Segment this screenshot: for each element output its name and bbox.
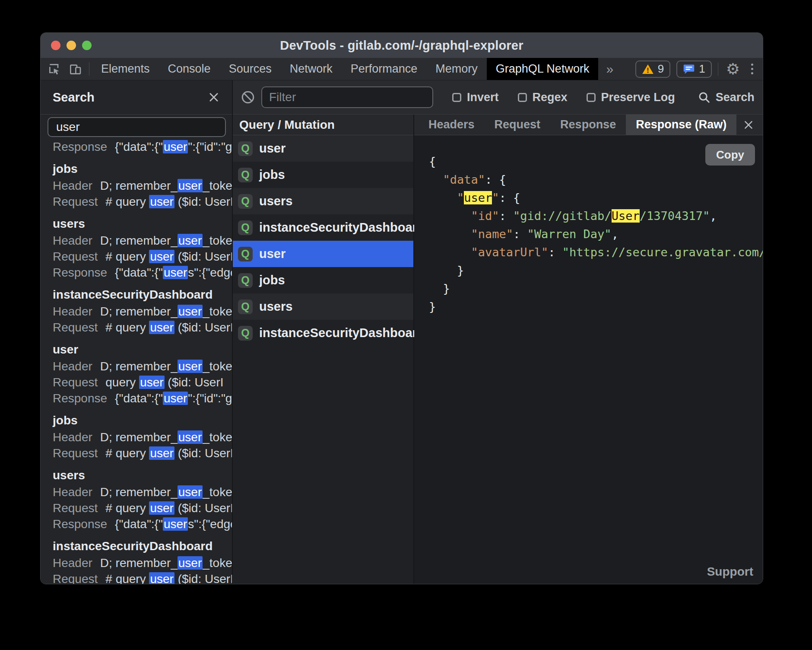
- result-line-label: Header: [53, 179, 92, 192]
- result-text: # query: [105, 446, 149, 460]
- warning-count: 9: [658, 62, 664, 76]
- tab-memory[interactable]: Memory: [426, 58, 487, 80]
- tab-elements[interactable]: Elements: [92, 58, 159, 80]
- search-results-list: Response{"data":{"user":{"id":"gidjobsHe…: [41, 139, 232, 584]
- more-tabs-chevron-icon[interactable]: »: [598, 58, 621, 80]
- minimize-window-button[interactable]: [67, 41, 76, 50]
- tab-performance[interactable]: Performance: [342, 58, 427, 80]
- search-toggle[interactable]: Search: [698, 91, 755, 104]
- search-result-line[interactable]: Response{"data":{"user":{"id":"gi: [53, 390, 232, 406]
- search-input[interactable]: [48, 117, 226, 137]
- query-row-jobs[interactable]: Qjobs: [233, 267, 413, 293]
- search-result-line[interactable]: Response{"data":{"users":{"edges: [53, 516, 232, 532]
- search-icon: [698, 91, 710, 104]
- match-highlight: user: [149, 501, 174, 515]
- query-row-user[interactable]: Quser: [233, 241, 413, 267]
- tab-network[interactable]: Network: [281, 58, 342, 80]
- preserve-log-checkbox[interactable]: [587, 93, 596, 102]
- json-token: ": [457, 191, 464, 204]
- detail-tab-request[interactable]: Request: [485, 115, 551, 135]
- search-result-line[interactable]: Request# query user ($id: UserI: [53, 319, 232, 335]
- tab-console[interactable]: Console: [159, 58, 220, 80]
- result-text: s":{"edges: [188, 266, 232, 279]
- query-row-jobs[interactable]: Qjobs: [233, 162, 413, 188]
- block-icon[interactable]: [241, 90, 255, 105]
- match-highlight: user: [149, 321, 174, 334]
- json-token: "gid://gitlab/: [513, 209, 612, 223]
- result-line-label: Response: [53, 266, 107, 279]
- warning-icon: [642, 64, 654, 75]
- detail-tab-response-raw[interactable]: Response (Raw): [626, 115, 736, 135]
- query-row-users[interactable]: Qusers: [233, 293, 413, 320]
- result-text: _token=e: [203, 430, 232, 444]
- result-text: D; remember_: [100, 556, 178, 570]
- search-result-line[interactable]: Request# query user ($id: UserI: [53, 249, 232, 264]
- search-result-line[interactable]: HeaderD; remember_user_token=e: [53, 358, 232, 374]
- result-section-title: instanceSecurityDashboard: [53, 286, 232, 303]
- close-search-panel-icon[interactable]: [208, 91, 220, 103]
- search-result-line[interactable]: HeaderD; remember_user_token=e: [53, 178, 232, 194]
- search-result-line[interactable]: Request# query user ($id: UserI: [53, 500, 232, 516]
- tab-graphql-network[interactable]: GraphQL Network: [487, 58, 599, 80]
- settings-gear-icon[interactable]: ⚙: [724, 61, 742, 77]
- result-line-label: Header: [53, 305, 92, 318]
- traffic-lights: [51, 33, 92, 58]
- search-result-line[interactable]: Response{"data":{"users":{"edges: [53, 264, 232, 280]
- kebab-menu-icon[interactable]: [748, 64, 757, 74]
- json-token: }: [443, 282, 450, 295]
- result-text: ($id: UserI: [174, 321, 232, 334]
- detail-tab-headers[interactable]: Headers: [419, 115, 485, 135]
- result-line-label: Request: [53, 572, 98, 584]
- invert-checkbox[interactable]: [452, 93, 461, 102]
- result-section-title: users: [53, 215, 232, 233]
- zoom-window-button[interactable]: [82, 41, 92, 50]
- query-row-user[interactable]: Quser: [233, 135, 413, 162]
- result-text: ($id: UserI: [165, 376, 224, 389]
- filter-option-preserve-log[interactable]: Preserve Log: [587, 91, 675, 104]
- search-result-line[interactable]: HeaderD; remember_user_token=e: [53, 484, 232, 500]
- result-text: D; remember_: [100, 485, 178, 499]
- filter-option-regex[interactable]: Regex: [518, 91, 568, 104]
- query-type-badge: Q: [238, 194, 253, 209]
- search-result-line[interactable]: HeaderD; remember_user_token=e: [53, 555, 232, 571]
- match-highlight: user: [149, 446, 174, 460]
- device-toolbar-icon[interactable]: [68, 62, 82, 76]
- inspect-element-icon[interactable]: [48, 62, 61, 76]
- issues-badge[interactable]: 1: [676, 61, 711, 78]
- json-token: "data": [443, 173, 485, 186]
- warnings-badge[interactable]: 9: [635, 61, 670, 78]
- json-token: :: [499, 191, 514, 204]
- search-result-line[interactable]: HeaderD; remember_user_token=e: [53, 233, 232, 249]
- query-row-instancesecuritydashboard[interactable]: QinstanceSecurityDashboard: [233, 214, 413, 241]
- search-result-line[interactable]: Requestquery user ($id: UserI: [53, 374, 232, 390]
- search-result-line[interactable]: Request# query user ($id: UserI: [53, 445, 232, 461]
- tab-sources[interactable]: Sources: [220, 58, 281, 80]
- filter-option-invert[interactable]: Invert: [452, 91, 499, 104]
- search-result-line[interactable]: Request# query user ($id: UserI: [53, 571, 232, 584]
- json-token: /13704317": [640, 209, 710, 223]
- match-highlight: user: [178, 234, 203, 247]
- filter-input[interactable]: [261, 86, 433, 108]
- detail-tab-spacer: [736, 115, 743, 135]
- search-result-line[interactable]: HeaderD; remember_user_token=e: [53, 303, 232, 319]
- search-result-line[interactable]: HeaderD; remember_user_token=e: [53, 429, 232, 445]
- match-highlight: user: [178, 360, 203, 373]
- support-link[interactable]: Support: [707, 565, 753, 579]
- json-token: {: [513, 191, 520, 204]
- toolbar-left-icons: [41, 58, 86, 80]
- query-row-instancesecuritydashboard[interactable]: QinstanceSecurityDashboard: [233, 320, 413, 346]
- close-detail-icon[interactable]: [743, 115, 754, 135]
- result-line-label: Request: [53, 195, 98, 208]
- window-title: DevTools - gitlab.com/-/graphql-explorer: [280, 38, 523, 53]
- detail-tab-response[interactable]: Response: [550, 115, 626, 135]
- regex-checkbox[interactable]: [518, 93, 527, 102]
- match-highlight: user: [178, 179, 203, 192]
- search-result-line[interactable]: Request# query user ($id: UserI: [53, 194, 232, 210]
- copy-button[interactable]: Copy: [705, 144, 755, 166]
- close-window-button[interactable]: [51, 41, 60, 50]
- query-type-badge: Q: [238, 168, 253, 182]
- query-row-users[interactable]: Qusers: [233, 188, 413, 214]
- search-panel: Search Response{"data":{"user":{"id":"gi…: [41, 80, 233, 584]
- search-result-line[interactable]: Response{"data":{"user":{"id":"gid: [53, 139, 232, 155]
- query-type-badge: Q: [238, 326, 253, 341]
